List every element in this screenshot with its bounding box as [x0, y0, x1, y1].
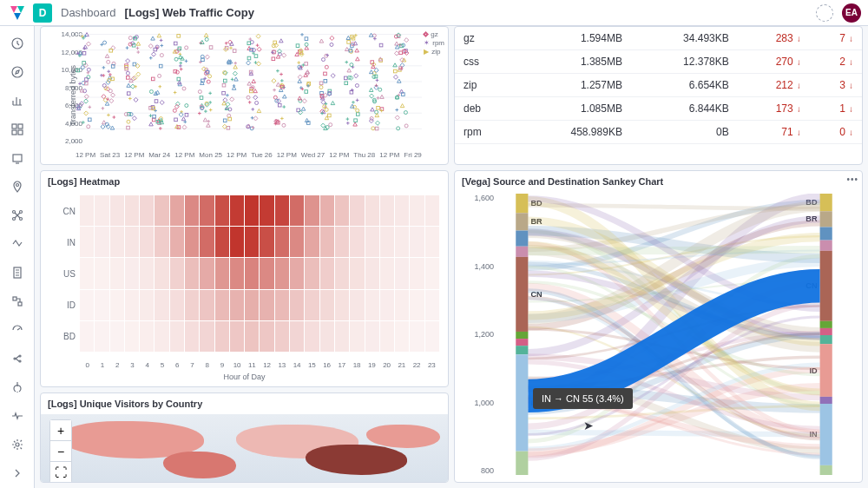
heat-cell[interactable]	[125, 227, 139, 257]
heat-cell[interactable]	[125, 195, 139, 226]
heat-cell[interactable]	[320, 290, 334, 320]
heat-cell[interactable]	[365, 195, 379, 226]
heat-cell[interactable]	[155, 195, 168, 226]
heat-cell[interactable]	[320, 321, 334, 352]
heat-cell[interactable]	[200, 321, 214, 352]
heat-cell[interactable]	[350, 290, 364, 320]
compass-icon[interactable]	[10, 65, 24, 78]
heat-cell[interactable]	[80, 321, 94, 352]
heat-cell[interactable]	[425, 321, 439, 352]
management-icon[interactable]	[10, 438, 24, 451]
heat-cell[interactable]	[155, 321, 168, 352]
heat-cell[interactable]	[305, 321, 319, 352]
heat-cell[interactable]	[170, 195, 184, 226]
heat-cell[interactable]	[275, 195, 289, 226]
heat-cell[interactable]	[335, 290, 349, 320]
heat-cell[interactable]	[290, 258, 304, 288]
heat-cell[interactable]	[110, 321, 124, 352]
heat-cell[interactable]	[305, 195, 319, 226]
heat-cell[interactable]	[170, 227, 184, 257]
heat-cell[interactable]	[110, 195, 124, 226]
heat-cell[interactable]	[395, 227, 409, 257]
heat-cell[interactable]	[425, 195, 439, 226]
help-icon[interactable]	[816, 4, 833, 22]
heat-cell[interactable]	[125, 290, 139, 320]
heat-cell[interactable]	[365, 321, 379, 352]
heat-cell[interactable]	[395, 321, 409, 352]
graph-icon[interactable]	[10, 208, 24, 221]
heat-cell[interactable]	[155, 227, 168, 257]
heat-cell[interactable]	[155, 290, 168, 320]
heat-cell[interactable]	[110, 258, 124, 288]
heat-cell[interactable]	[320, 195, 334, 226]
heat-cell[interactable]	[140, 258, 154, 288]
heat-cell[interactable]	[395, 290, 409, 320]
heat-cell[interactable]	[230, 258, 244, 288]
visualize-icon[interactable]	[10, 94, 24, 107]
breadcrumb-current[interactable]: [Logs] Web Traffic Copy	[125, 6, 254, 19]
heat-cell[interactable]	[80, 290, 94, 320]
heat-cell[interactable]	[290, 290, 304, 320]
heat-cell[interactable]	[125, 321, 139, 352]
heat-cell[interactable]	[380, 227, 394, 257]
table-row[interactable]: gz1.594MB34.493KB283↓7↓	[455, 27, 862, 50]
heat-cell[interactable]	[185, 258, 199, 288]
heat-cell[interactable]	[275, 290, 289, 320]
heat-cell[interactable]	[260, 227, 273, 257]
ml-icon[interactable]	[10, 237, 24, 250]
heat-cell[interactable]	[410, 227, 424, 257]
heat-cell[interactable]	[185, 227, 199, 257]
heat-cell[interactable]	[305, 290, 319, 320]
heat-cell[interactable]	[260, 290, 273, 320]
heat-cell[interactable]	[245, 195, 259, 226]
heat-cell[interactable]	[230, 227, 244, 257]
heat-cell[interactable]	[380, 321, 394, 352]
fit-bounds-button[interactable]: ⛶	[50, 462, 71, 483]
heat-cell[interactable]	[95, 321, 108, 352]
heat-cell[interactable]	[155, 258, 168, 288]
heat-cell[interactable]	[95, 290, 108, 320]
heat-cell[interactable]	[275, 227, 289, 257]
heat-cell[interactable]	[335, 227, 349, 257]
heat-cell[interactable]	[290, 321, 304, 352]
heat-cell[interactable]	[290, 195, 304, 226]
elastic-logo[interactable]	[7, 3, 28, 23]
scatter-plot[interactable]	[76, 30, 422, 133]
heat-cell[interactable]	[365, 227, 379, 257]
canvas-icon[interactable]	[10, 151, 24, 164]
heat-cell[interactable]	[365, 258, 379, 288]
table-row[interactable]: deb1.085MB6.844KB173↓1↓	[455, 97, 862, 121]
heat-cell[interactable]	[80, 258, 94, 288]
heat-cell[interactable]	[290, 227, 304, 257]
heat-cell[interactable]	[245, 258, 259, 288]
heat-cell[interactable]	[260, 321, 273, 352]
heat-cell[interactable]	[350, 258, 364, 288]
heat-cell[interactable]	[425, 258, 439, 288]
heat-cell[interactable]	[170, 290, 184, 320]
heat-cell[interactable]	[350, 227, 364, 257]
heat-cell[interactable]	[215, 321, 229, 352]
heat-cell[interactable]	[410, 195, 424, 226]
maps-icon[interactable]	[10, 180, 24, 193]
heat-cell[interactable]	[410, 290, 424, 320]
heat-cell[interactable]	[410, 321, 424, 352]
heat-cell[interactable]	[110, 290, 124, 320]
sankey-chart[interactable]: BDBRCNINBDBRCNIDIN	[498, 194, 850, 475]
heat-cell[interactable]	[335, 321, 349, 352]
heat-cell[interactable]	[95, 258, 108, 288]
heat-cell[interactable]	[200, 227, 214, 257]
table-row[interactable]: css1.385MB12.378KB270↓2↓	[455, 50, 862, 74]
heat-cell[interactable]	[215, 290, 229, 320]
app-badge[interactable]: D	[33, 3, 52, 23]
heat-cell[interactable]	[320, 258, 334, 288]
heat-cell[interactable]	[380, 290, 394, 320]
monitoring-icon[interactable]	[10, 409, 24, 422]
heat-cell[interactable]	[230, 195, 244, 226]
zoom-in-button[interactable]: +	[50, 420, 71, 441]
breadcrumb-root[interactable]: Dashboard	[61, 6, 116, 19]
apm-icon[interactable]	[10, 323, 24, 336]
recent-icon[interactable]	[10, 36, 24, 49]
logs-icon[interactable]	[10, 266, 24, 279]
heat-cell[interactable]	[170, 321, 184, 352]
heat-cell[interactable]	[260, 258, 273, 288]
